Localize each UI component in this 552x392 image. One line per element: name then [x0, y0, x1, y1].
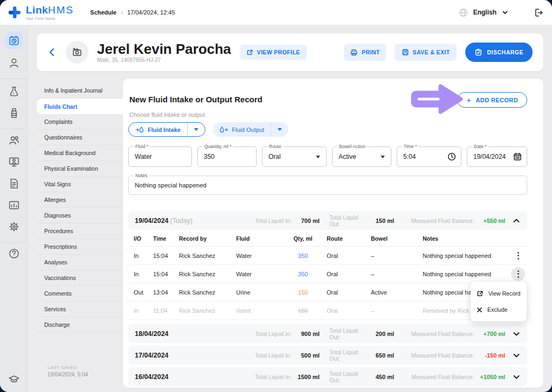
lab-flask-icon[interactable] [8, 86, 20, 97]
chevron-down-icon[interactable] [512, 330, 521, 338]
telehealth-monitor-icon[interactable] [8, 156, 20, 168]
last-saved: LAST SAVED 19/04/2024, 5:04 [47, 365, 88, 377]
pharmacy-bottle-icon[interactable] [8, 107, 20, 119]
chevron-down-icon[interactable] [512, 351, 521, 360]
clock-icon[interactable] [447, 152, 456, 161]
nav-item-prescriptions[interactable]: Prescriptions [37, 239, 123, 255]
view-record-menu-item[interactable]: View Record [471, 285, 527, 302]
nav-item-analyses[interactable]: Analyses [37, 255, 123, 270]
nav-item-complaints[interactable]: Complaints [37, 114, 123, 130]
intake-droplet-icon [135, 126, 144, 134]
table-header: I/O Time Record by Fluid Qty, ml Route B… [128, 230, 527, 247]
education-cap-icon[interactable] [8, 374, 20, 386]
language-selector[interactable]: English [473, 9, 496, 16]
fluids-chart-panel: New Fluid Intake or Output Record + ADD … [123, 79, 543, 388]
row-menu-kebab-icon[interactable] [511, 267, 525, 281]
nav-item-services[interactable]: Services [37, 302, 123, 317]
table-row[interactable]: Out 13:04 Rick Sanchez Urine 150 Oral Ac… [128, 283, 527, 302]
date-field[interactable]: Date * 19/04/2024 [467, 146, 527, 167]
logout-icon[interactable] [534, 8, 543, 17]
nav-item-comments[interactable]: Comments [37, 286, 123, 302]
icon-rail [0, 25, 28, 392]
time-field[interactable]: Time * 5:04 [397, 146, 461, 167]
nav-item-diagnoses[interactable]: Diagnoses [37, 208, 123, 223]
nav-item-allergies[interactable]: Allergies [37, 192, 123, 208]
print-button[interactable]: PRINT [344, 44, 386, 61]
save-icon [402, 48, 409, 56]
tutorial-arrow [410, 83, 465, 115]
logo-cross-icon [8, 5, 22, 19]
nav-item-discharge[interactable]: Discharge [37, 317, 123, 333]
patient-avatar-camera-icon[interactable] [66, 41, 88, 64]
day-section-17-04-2024[interactable]: 17/04/2024 Total Liquid In:500 ml Total … [128, 346, 527, 365]
nav-item-medical-background[interactable]: Medical Background [37, 145, 123, 161]
row-menu-kebab-icon[interactable] [511, 249, 525, 263]
app-window: LinkHMS Your Clinic Name Schedule › 17/0… [0, 0, 552, 392]
discharge-button[interactable]: DISCHARGE [465, 43, 533, 62]
chevron-down-icon[interactable] [512, 373, 521, 381]
patient-meta: Male, 35, 14097856-HJ-27 [97, 57, 231, 63]
bowel-action-select[interactable]: Bowel Action Active [332, 146, 391, 167]
plus-icon: + [466, 95, 471, 104]
external-link-icon [246, 49, 253, 56]
nav-item-info-inpatient-journal[interactable]: Info & Inpatient Journal [37, 83, 123, 99]
globe-icon [459, 8, 468, 17]
output-droplet-icon [219, 126, 228, 134]
reports-board-icon[interactable] [8, 199, 20, 211]
exclude-menu-item[interactable]: Exclude [471, 302, 527, 318]
day-section-19-04-2024[interactable]: 19/04/2024(Today) Total Liquid In:700 ml… [128, 211, 527, 230]
clinic-tagline: Your Clinic Name [26, 17, 74, 20]
breadcrumb-current: 17/04/2024, 12:45 [127, 9, 175, 16]
fluid-type-toggle: Fluid Intake Fluid Output [128, 122, 288, 137]
staff-group-icon[interactable] [8, 135, 20, 146]
nav-item-physical-examination[interactable]: Physical Examination [37, 161, 123, 177]
nav-item-vital-signs[interactable]: Vital Signs [37, 177, 123, 192]
breadcrumb-separator: › [121, 9, 123, 16]
patient-header-card: Jerel Kevin Parocha Male, 35, 14097856-H… [37, 33, 543, 71]
topbar: LinkHMS Your Clinic Name Schedule › 17/0… [0, 0, 552, 25]
schedule-calendar-icon[interactable] [8, 34, 20, 46]
fluid-field[interactable]: Fluid * Water [128, 146, 192, 167]
calendar-icon[interactable] [513, 152, 522, 161]
settings-gear-icon[interactable] [8, 221, 20, 233]
help-question-icon[interactable] [8, 248, 20, 260]
breadcrumb: Schedule › 17/04/2024, 12:45 [90, 9, 175, 16]
notes-field[interactable]: Notes Nothing special happened [128, 176, 527, 195]
table-row[interactable]: In 15:04 Rick Sanchez Water 350 Oral – N… [128, 265, 527, 283]
day-section-18-04-2024[interactable]: 18/04/2024 Total Liquid In:900 ml Total … [128, 324, 527, 343]
table-row[interactable]: In 15:04 Rick Sanchez Water 350 Oral – N… [128, 247, 527, 265]
breadcrumb-schedule[interactable]: Schedule [90, 9, 116, 16]
external-link-icon [477, 290, 484, 297]
chevron-down-icon[interactable] [187, 123, 205, 136]
fluid-intake-button[interactable]: Fluid Intake [128, 122, 205, 137]
row-context-menu: View Record Exclude [471, 282, 527, 321]
patient-name: Jerel Kevin Parocha [97, 41, 231, 57]
view-profile-button[interactable]: VIEW PROFILE [240, 45, 307, 60]
quantity-field[interactable]: Quantity, ml * 350 [197, 146, 257, 167]
app-logo[interactable]: LinkHMS Your Clinic Name [8, 5, 74, 20]
save-exit-button[interactable]: SAVE & EXIT [395, 44, 457, 61]
patient-person-icon[interactable] [8, 57, 20, 69]
nav-item-fluids-chart[interactable]: Fluids Chart [37, 99, 123, 114]
add-record-button[interactable]: + ADD RECORD [457, 92, 527, 108]
chevron-up-icon[interactable] [512, 216, 521, 225]
form-title: New Fluid Intake or Output Record [129, 95, 263, 104]
nav-item-procedures[interactable]: Procedures [37, 223, 123, 239]
chevron-down-icon[interactable] [271, 122, 288, 137]
fluid-output-button[interactable]: Fluid Output [213, 122, 288, 137]
documents-file-icon[interactable] [8, 178, 20, 190]
printer-icon [350, 48, 358, 57]
record-fields: Fluid * Water Quantity, ml * 350 Route O… [128, 146, 527, 167]
nav-item-questionnaires[interactable]: Questionnaires [37, 130, 123, 145]
route-select[interactable]: Route Oral [262, 146, 327, 167]
chevron-down-icon[interactable] [502, 9, 508, 16]
form-subtitle: Choose fluid intake or output [129, 111, 205, 118]
dropdown-arrow-icon [316, 156, 320, 158]
table-row-removed[interactable]: In 11:04 Rick Sanchez Vomit 150 Oral – R… [128, 302, 527, 320]
discharge-clipboard-icon [474, 48, 482, 57]
back-chevron-icon[interactable] [47, 47, 57, 57]
nav-item-vaccinations[interactable]: Vaccinations [37, 270, 123, 286]
close-x-icon [477, 307, 482, 313]
day-section-16-04-2024[interactable]: 16/04/2024 Total Liquid In:1500 ml Total… [128, 367, 527, 386]
patient-nav: Info & Inpatient Journal Fluids Chart Co… [37, 83, 123, 333]
